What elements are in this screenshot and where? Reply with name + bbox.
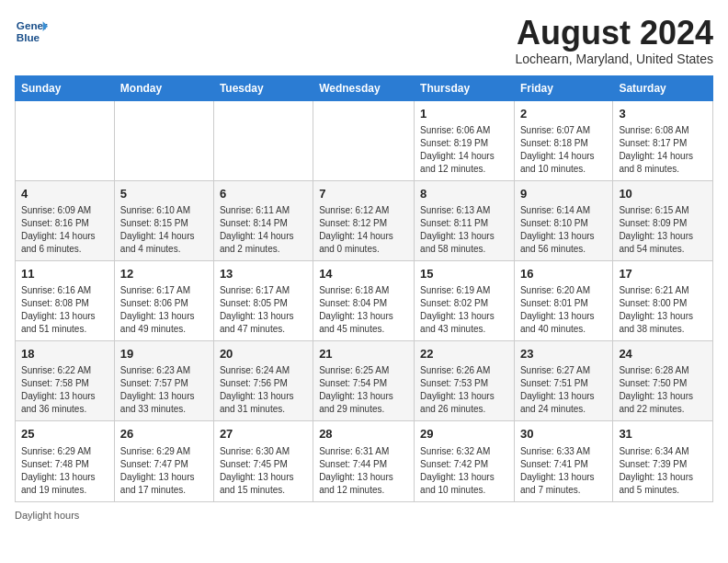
day-info: Sunrise: 6:08 AM Sunset: 8:17 PM Dayligh… <box>619 124 707 176</box>
day-cell: 18Sunrise: 6:22 AM Sunset: 7:58 PM Dayli… <box>16 341 115 421</box>
day-cell: 26Sunrise: 6:29 AM Sunset: 7:47 PM Dayli… <box>114 421 213 501</box>
day-cell: 20Sunrise: 6:24 AM Sunset: 7:56 PM Dayli… <box>213 341 313 421</box>
day-number: 26 <box>120 426 208 442</box>
day-info: Sunrise: 6:33 AM Sunset: 7:41 PM Dayligh… <box>520 445 607 497</box>
day-number: 29 <box>420 426 508 442</box>
day-info: Sunrise: 6:09 AM Sunset: 8:16 PM Dayligh… <box>21 204 108 256</box>
day-info: Sunrise: 6:13 AM Sunset: 8:11 PM Dayligh… <box>420 204 508 256</box>
day-cell <box>114 100 213 180</box>
day-info: Sunrise: 6:12 AM Sunset: 8:12 PM Dayligh… <box>319 204 408 256</box>
day-info: Sunrise: 6:11 AM Sunset: 8:14 PM Dayligh… <box>220 204 307 256</box>
day-number: 4 <box>21 186 108 202</box>
day-number: 21 <box>319 346 408 362</box>
day-cell: 25Sunrise: 6:29 AM Sunset: 7:48 PM Dayli… <box>16 421 115 501</box>
day-cell: 15Sunrise: 6:19 AM Sunset: 8:02 PM Dayli… <box>415 260 515 340</box>
day-number: 2 <box>520 106 607 122</box>
day-cell <box>213 100 313 180</box>
day-number: 14 <box>319 266 408 282</box>
day-info: Sunrise: 6:24 AM Sunset: 7:56 PM Dayligh… <box>220 364 307 416</box>
week-row-4: 18Sunrise: 6:22 AM Sunset: 7:58 PM Dayli… <box>16 341 713 421</box>
day-info: Sunrise: 6:27 AM Sunset: 7:51 PM Dayligh… <box>520 364 607 416</box>
day-info: Sunrise: 6:15 AM Sunset: 8:09 PM Dayligh… <box>619 204 707 256</box>
day-cell: 2Sunrise: 6:07 AM Sunset: 8:18 PM Daylig… <box>514 100 612 180</box>
week-row-3: 11Sunrise: 6:16 AM Sunset: 8:08 PM Dayli… <box>16 260 713 340</box>
col-header-monday: Monday <box>114 75 213 100</box>
day-number: 22 <box>420 346 508 362</box>
day-number: 1 <box>420 106 508 122</box>
day-cell: 24Sunrise: 6:28 AM Sunset: 7:50 PM Dayli… <box>613 341 713 421</box>
day-cell: 12Sunrise: 6:17 AM Sunset: 8:06 PM Dayli… <box>114 260 213 340</box>
day-cell: 30Sunrise: 6:33 AM Sunset: 7:41 PM Dayli… <box>514 421 612 501</box>
day-info: Sunrise: 6:28 AM Sunset: 7:50 PM Dayligh… <box>619 364 707 416</box>
day-cell: 13Sunrise: 6:17 AM Sunset: 8:05 PM Dayli… <box>213 260 313 340</box>
day-cell: 16Sunrise: 6:20 AM Sunset: 8:01 PM Dayli… <box>514 260 612 340</box>
day-number: 20 <box>220 346 307 362</box>
day-info: Sunrise: 6:06 AM Sunset: 8:19 PM Dayligh… <box>420 124 508 176</box>
week-row-1: 1Sunrise: 6:06 AM Sunset: 8:19 PM Daylig… <box>16 100 713 180</box>
calendar-body: 1Sunrise: 6:06 AM Sunset: 8:19 PM Daylig… <box>16 100 713 501</box>
day-number: 17 <box>619 266 707 282</box>
day-number: 10 <box>619 186 707 202</box>
day-number: 23 <box>520 346 607 362</box>
day-number: 25 <box>21 426 108 442</box>
month-year: August 2024 <box>515 15 713 52</box>
day-number: 3 <box>619 106 707 122</box>
day-cell: 6Sunrise: 6:11 AM Sunset: 8:14 PM Daylig… <box>213 180 313 260</box>
day-number: 31 <box>619 426 707 442</box>
day-info: Sunrise: 6:16 AM Sunset: 8:08 PM Dayligh… <box>21 284 108 336</box>
day-cell <box>313 100 415 180</box>
day-info: Sunrise: 6:19 AM Sunset: 8:02 PM Dayligh… <box>420 284 508 336</box>
day-info: Sunrise: 6:23 AM Sunset: 7:57 PM Dayligh… <box>120 364 208 416</box>
day-info: Sunrise: 6:29 AM Sunset: 7:47 PM Dayligh… <box>120 445 208 497</box>
day-info: Sunrise: 6:10 AM Sunset: 8:15 PM Dayligh… <box>120 204 208 256</box>
day-number: 28 <box>319 426 408 442</box>
day-number: 13 <box>220 266 307 282</box>
day-info: Sunrise: 6:22 AM Sunset: 7:58 PM Dayligh… <box>21 364 108 416</box>
day-cell: 10Sunrise: 6:15 AM Sunset: 8:09 PM Dayli… <box>613 180 713 260</box>
day-cell: 27Sunrise: 6:30 AM Sunset: 7:45 PM Dayli… <box>213 421 313 501</box>
day-number: 19 <box>120 346 208 362</box>
location: Lochearn, Maryland, United States <box>515 52 713 66</box>
day-cell: 21Sunrise: 6:25 AM Sunset: 7:54 PM Dayli… <box>313 341 415 421</box>
day-number: 30 <box>520 426 607 442</box>
day-number: 24 <box>619 346 707 362</box>
day-cell: 11Sunrise: 6:16 AM Sunset: 8:08 PM Dayli… <box>16 260 115 340</box>
day-number: 18 <box>21 346 108 362</box>
calendar-table: SundayMondayTuesdayWednesdayThursdayFrid… <box>15 75 713 502</box>
day-cell: 3Sunrise: 6:08 AM Sunset: 8:17 PM Daylig… <box>613 100 713 180</box>
day-number: 7 <box>319 186 408 202</box>
day-number: 27 <box>220 426 307 442</box>
day-number: 11 <box>21 266 108 282</box>
day-cell: 29Sunrise: 6:32 AM Sunset: 7:42 PM Dayli… <box>415 421 515 501</box>
day-info: Sunrise: 6:17 AM Sunset: 8:06 PM Dayligh… <box>120 284 208 336</box>
day-info: Sunrise: 6:07 AM Sunset: 8:18 PM Dayligh… <box>520 124 607 176</box>
column-headers-row: SundayMondayTuesdayWednesdayThursdayFrid… <box>16 75 713 100</box>
day-cell: 7Sunrise: 6:12 AM Sunset: 8:12 PM Daylig… <box>313 180 415 260</box>
day-number: 6 <box>220 186 307 202</box>
day-info: Sunrise: 6:14 AM Sunset: 8:10 PM Dayligh… <box>520 204 607 256</box>
day-info: Sunrise: 6:32 AM Sunset: 7:42 PM Dayligh… <box>420 445 508 497</box>
col-header-friday: Friday <box>514 75 612 100</box>
day-cell: 9Sunrise: 6:14 AM Sunset: 8:10 PM Daylig… <box>514 180 612 260</box>
col-header-thursday: Thursday <box>415 75 515 100</box>
day-cell: 17Sunrise: 6:21 AM Sunset: 8:00 PM Dayli… <box>613 260 713 340</box>
day-cell <box>16 100 115 180</box>
day-cell: 8Sunrise: 6:13 AM Sunset: 8:11 PM Daylig… <box>415 180 515 260</box>
col-header-sunday: Sunday <box>16 75 115 100</box>
logo-icon: General Blue <box>15 15 48 48</box>
day-info: Sunrise: 6:20 AM Sunset: 8:01 PM Dayligh… <box>520 284 607 336</box>
day-cell: 23Sunrise: 6:27 AM Sunset: 7:51 PM Dayli… <box>514 341 612 421</box>
page-header: General Blue General Blue August 2024 Lo… <box>15 15 713 66</box>
title-block: August 2024 Lochearn, Maryland, United S… <box>515 15 713 66</box>
week-row-2: 4Sunrise: 6:09 AM Sunset: 8:16 PM Daylig… <box>16 180 713 260</box>
day-info: Sunrise: 6:17 AM Sunset: 8:05 PM Dayligh… <box>220 284 307 336</box>
col-header-saturday: Saturday <box>613 75 713 100</box>
day-info: Sunrise: 6:29 AM Sunset: 7:48 PM Dayligh… <box>21 445 108 497</box>
day-info: Sunrise: 6:30 AM Sunset: 7:45 PM Dayligh… <box>220 445 307 497</box>
day-number: 5 <box>120 186 208 202</box>
day-cell: 28Sunrise: 6:31 AM Sunset: 7:44 PM Dayli… <box>313 421 415 501</box>
day-number: 15 <box>420 266 508 282</box>
day-info: Sunrise: 6:26 AM Sunset: 7:53 PM Dayligh… <box>420 364 508 416</box>
day-cell: 19Sunrise: 6:23 AM Sunset: 7:57 PM Dayli… <box>114 341 213 421</box>
logo: General Blue General Blue <box>15 15 48 48</box>
